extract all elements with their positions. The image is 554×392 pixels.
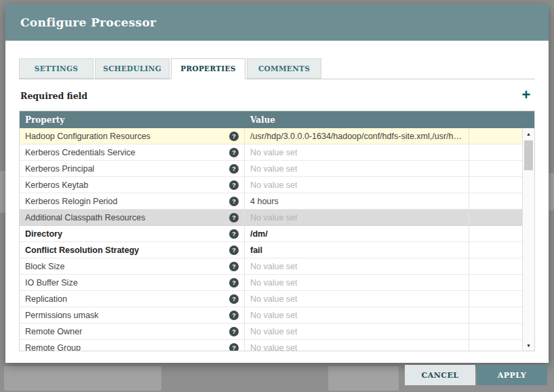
property-value: No value set	[250, 180, 297, 190]
property-cell: Conflict Resolution Strategy?	[20, 242, 245, 258]
extra-cell	[469, 144, 522, 160]
property-value: No value set	[250, 164, 297, 174]
scrollbar-thumb[interactable]	[524, 140, 533, 170]
table-row[interactable]: IO Buffer Size?No value set	[20, 275, 522, 291]
tab-settings[interactable]: SETTINGS	[19, 58, 94, 79]
help-icon[interactable]: ?	[229, 213, 239, 222]
value-cell[interactable]: No value set	[245, 275, 469, 290]
value-cell[interactable]: No value set	[245, 144, 469, 160]
table-row[interactable]: Block Size?No value set	[20, 258, 522, 275]
extra-cell	[469, 275, 522, 290]
extra-cell	[469, 161, 522, 176]
table-row[interactable]: Hadoop Configuration Resources?/usr/hdp/…	[20, 128, 522, 144]
apply-button[interactable]: APPLY	[477, 365, 547, 385]
scroll-up-button[interactable]: ▲	[523, 128, 534, 139]
value-column-header: Value	[245, 115, 534, 125]
nifi-canvas-backdrop: { "dialog": { "title": "Configure Proces…	[0, 0, 554, 392]
property-cell: Replication?	[20, 291, 245, 307]
extra-cell	[469, 291, 522, 307]
table-row[interactable]: Replication?No value set	[20, 291, 522, 307]
table-row[interactable]: Permissions umask?No value set	[20, 307, 522, 324]
help-icon[interactable]: ?	[229, 132, 239, 141]
table-row[interactable]: Remote Group?No value set	[20, 340, 522, 351]
extra-cell	[469, 128, 522, 144]
help-icon[interactable]: ?	[229, 197, 239, 206]
add-property-button[interactable]: +	[517, 87, 535, 104]
extra-cell	[469, 258, 522, 274]
value-cell[interactable]: /usr/hdp/3.0.0.0-1634/hadoop/conf/hdfs-s…	[245, 128, 469, 144]
extra-cell	[469, 324, 522, 339]
help-icon[interactable]: ?	[229, 148, 239, 157]
value-cell[interactable]: No value set	[245, 161, 469, 176]
table-row[interactable]: Directory?/dm/	[20, 226, 522, 242]
property-name: Remote Group	[25, 343, 81, 351]
help-icon[interactable]: ?	[229, 164, 239, 174]
extra-cell	[469, 193, 522, 209]
table-row[interactable]: Kerberos Credentials Service?No value se…	[20, 144, 522, 161]
table-body-wrap: Hadoop Configuration Resources?/usr/hdp/…	[20, 128, 534, 351]
property-name: IO Buffer Size	[25, 278, 78, 288]
property-name: Directory	[25, 229, 62, 239]
help-icon[interactable]: ?	[229, 311, 239, 320]
table-row[interactable]: Remote Owner?No value set	[20, 324, 522, 340]
table-row[interactable]: Kerberos Keytab?No value set	[20, 177, 522, 193]
extra-cell	[469, 340, 522, 351]
property-cell: Kerberos Credentials Service?	[20, 144, 245, 160]
help-icon[interactable]: ?	[229, 180, 239, 190]
property-name: Kerberos Keytab	[25, 180, 88, 190]
table-header-row: Property Value	[20, 111, 534, 128]
value-cell[interactable]: /dm/	[245, 226, 469, 241]
table-toolbar: Required field +	[19, 86, 535, 105]
value-cell[interactable]: fail	[245, 242, 469, 258]
property-value: fail	[250, 246, 262, 255]
help-icon[interactable]: ?	[229, 229, 239, 239]
value-cell[interactable]: No value set	[245, 340, 469, 351]
value-cell[interactable]: No value set	[245, 177, 469, 193]
tab-bar: SETTINGSSCHEDULINGPROPERTIESCOMMENTS	[19, 58, 535, 79]
value-cell[interactable]: No value set	[245, 307, 469, 323]
canvas-ghost	[328, 366, 399, 391]
properties-table-body: Hadoop Configuration Resources?/usr/hdp/…	[20, 128, 522, 351]
value-cell[interactable]: 4 hours	[245, 193, 469, 209]
table-row[interactable]: Additional Classpath Resources?No value …	[20, 210, 522, 226]
extra-cell	[469, 210, 522, 225]
tab-comments[interactable]: COMMENTS	[247, 58, 321, 79]
help-icon[interactable]: ?	[229, 246, 239, 255]
dialog-body: SETTINGSSCHEDULINGPROPERTIESCOMMENTS Req…	[5, 41, 549, 351]
property-name: Remote Owner	[25, 327, 82, 336]
value-cell[interactable]: No value set	[245, 210, 469, 225]
value-cell[interactable]: No value set	[245, 324, 469, 339]
tab-scheduling[interactable]: SCHEDULING	[95, 58, 170, 79]
cancel-button[interactable]: CANCEL	[405, 365, 475, 385]
help-icon[interactable]: ?	[229, 294, 239, 304]
property-name: Kerberos Credentials Service	[25, 148, 136, 157]
scrollbar[interactable]: ▲ ▼	[522, 128, 534, 351]
required-field-label: Required field	[19, 91, 87, 101]
help-icon[interactable]: ?	[229, 327, 239, 336]
help-icon[interactable]: ?	[229, 343, 239, 351]
table-row[interactable]: Kerberos Relogin Period?4 hours	[20, 193, 522, 210]
tab-properties[interactable]: PROPERTIES	[171, 58, 245, 79]
property-value: No value set	[250, 343, 297, 351]
property-cell: Remote Group?	[20, 340, 245, 351]
scrollbar-track[interactable]	[523, 139, 534, 340]
property-name: Replication	[25, 294, 67, 304]
property-name: Kerberos Relogin Period	[25, 197, 117, 206]
property-value: /usr/hdp/3.0.0.0-1634/hadoop/conf/hdfs-s…	[250, 132, 463, 141]
help-icon[interactable]: ?	[229, 262, 239, 271]
property-cell: Directory?	[20, 226, 245, 241]
property-column-header: Property	[20, 115, 245, 125]
value-cell[interactable]: No value set	[245, 258, 469, 274]
table-row[interactable]: Kerberos Principal?No value set	[20, 161, 522, 177]
property-value: No value set	[250, 311, 297, 320]
property-value: No value set	[250, 262, 297, 271]
property-cell: Kerberos Relogin Period?	[20, 193, 245, 209]
property-cell: Block Size?	[20, 258, 245, 274]
scroll-down-button[interactable]: ▼	[523, 340, 534, 351]
table-row[interactable]: Conflict Resolution Strategy?fail	[20, 242, 522, 258]
dialog-title: Configure Processor	[20, 16, 156, 29]
value-cell[interactable]: No value set	[245, 291, 469, 307]
property-cell: Additional Classpath Resources?	[20, 210, 245, 225]
property-name: Conflict Resolution Strategy	[25, 246, 139, 255]
help-icon[interactable]: ?	[229, 278, 239, 288]
